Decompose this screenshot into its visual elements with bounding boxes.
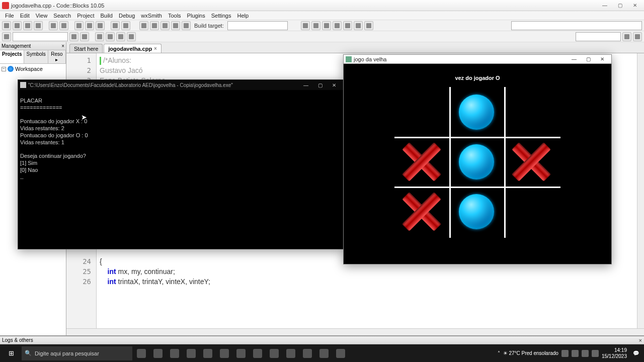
task-icon[interactable] [267,346,282,361]
weather-widget[interactable]: ☀ 27°C Pred ensolarado [503,350,558,356]
close-button[interactable]: ✕ [628,2,642,10]
nav-fwd-button[interactable] [80,32,89,41]
game-max-button[interactable]: ▢ [581,56,595,62]
maximize-button[interactable]: ▢ [613,2,627,10]
management-close-icon[interactable]: × [61,43,64,49]
tree-expander-icon[interactable]: − [2,67,6,71]
tab-start-here[interactable]: Start here [69,44,103,53]
task-icon[interactable] [167,346,182,361]
tb2-combo[interactable] [13,32,68,41]
menu-edit[interactable]: Edit [17,13,33,19]
debug-into-button[interactable] [322,21,331,30]
debug-info-button[interactable] [364,21,373,30]
copy-button[interactable] [85,21,94,30]
tray-icon[interactable] [572,350,579,357]
logs-close-icon[interactable]: × [639,337,642,343]
menu-search[interactable]: Search [50,13,74,19]
tray-expand-icon[interactable]: ˄ [498,350,500,356]
start-button[interactable]: ⊞ [2,346,20,361]
console-window[interactable]: "C:\Users\Enzo\Documents\Faculdade\Labor… [18,79,344,249]
board-cell-6[interactable] [394,187,449,236]
abort-button[interactable] [182,21,191,30]
tray-icon[interactable] [582,350,589,357]
undo-button[interactable] [49,21,58,30]
cut-button[interactable] [74,21,84,30]
board-cell-4[interactable] [449,137,504,187]
open-button[interactable] [13,21,22,30]
debug-step-button[interactable] [301,21,310,30]
tab-close-icon[interactable]: × [154,46,157,51]
new-file-button[interactable] [2,21,11,30]
paste-button[interactable] [96,21,105,30]
tab-resources[interactable]: Reso ▸ [48,50,66,63]
menu-file[interactable]: File [2,13,17,19]
board-cell-1[interactable] [449,87,504,137]
editor-scrollbar-h[interactable] [66,328,644,335]
game-close-button[interactable]: ✕ [595,56,609,62]
redo-button[interactable] [59,21,68,30]
task-icon[interactable] [134,346,149,361]
board-cell-2[interactable] [504,87,559,137]
menu-help[interactable]: Help [234,13,252,19]
console-output[interactable]: PLACAR ============= Pontuacao do jogado… [18,90,343,182]
board-cell-3[interactable] [394,137,449,187]
task-icon[interactable] [233,346,249,361]
rebuild-button[interactable] [171,21,180,30]
nav-back-button[interactable] [69,32,78,41]
task-icon[interactable] [316,346,332,361]
task-icon[interactable] [150,346,166,361]
task-icon[interactable] [333,346,348,361]
game-window[interactable]: jogo da velha — ▢ ✕ vez do jogador O [343,54,612,264]
bookmark-button[interactable] [95,32,104,41]
menu-plugins[interactable]: Plugins [184,13,208,19]
notifications-icon[interactable]: 💬 [630,350,642,356]
debug-next-button[interactable] [311,21,320,30]
minimize-button[interactable]: — [598,2,612,10]
menu-debug[interactable]: Debug [116,13,138,19]
console-max-button[interactable]: ▢ [313,82,327,88]
debug-run-button[interactable] [343,21,352,30]
board-cell-7[interactable] [449,187,504,236]
tb2-btn-1[interactable] [2,32,11,41]
save-button[interactable] [23,21,32,30]
task-icon[interactable] [184,346,199,361]
search-field[interactable] [576,32,621,41]
menu-settings[interactable]: Settings [208,13,234,19]
tab-projects[interactable]: Projects [0,50,24,63]
game-min-button[interactable]: — [567,56,581,62]
taskbar-clock[interactable]: 14:19 15/12/2023 [602,347,627,359]
workspace-node[interactable]: Workspace [15,66,43,72]
menu-tools[interactable]: Tools [165,13,184,19]
board-cell-5[interactable] [504,137,559,187]
run-button[interactable] [150,21,159,30]
task-icon[interactable] [250,346,265,361]
task-icon[interactable] [283,346,298,361]
menu-view[interactable]: View [33,13,51,19]
build-button[interactable] [139,21,148,30]
tray-icon[interactable] [592,350,599,357]
console-close-button[interactable]: ✕ [327,82,341,88]
regex-button[interactable] [127,32,136,41]
debug-stop-button[interactable] [354,21,363,30]
replace-button[interactable] [121,21,130,30]
board-cell-0[interactable] [394,87,449,137]
menu-project[interactable]: Project [74,13,97,19]
search-opts-button[interactable] [633,32,642,41]
case-button[interactable] [116,32,125,41]
task-icon[interactable] [200,346,215,361]
search-go-button[interactable] [622,32,631,41]
toolbar-combo[interactable] [511,21,642,30]
editor-scrollbar-v[interactable] [637,53,644,328]
save-all-button[interactable] [34,21,43,30]
tab-jogodavelha[interactable]: jogodavelha.cpp× [104,44,162,53]
debug-out-button[interactable] [333,21,342,30]
board-cell-8[interactable] [504,187,559,236]
build-target-select[interactable] [227,21,288,30]
task-icon[interactable] [300,346,315,361]
tab-symbols[interactable]: Symbols [24,50,48,63]
console-min-button[interactable]: — [299,82,313,88]
menu-wxsmith[interactable]: wxSmith [138,13,165,19]
tray-icon[interactable] [561,350,569,357]
menu-build[interactable]: Build [97,13,115,19]
build-run-button[interactable] [160,21,170,30]
